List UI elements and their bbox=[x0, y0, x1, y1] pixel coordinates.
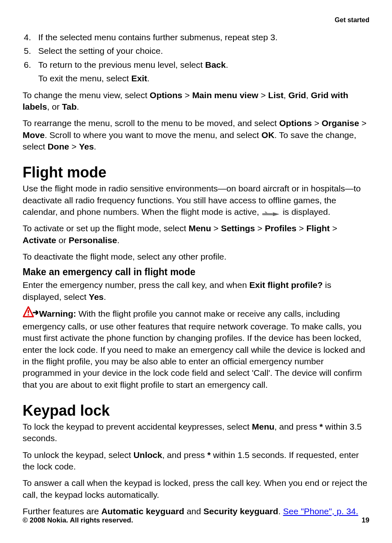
list-number: 5. bbox=[23, 45, 38, 57]
footer: © 2008 Nokia. All rights reserved. 19 bbox=[23, 516, 369, 525]
list-text: Select the setting of your choice. bbox=[38, 45, 369, 57]
list-text: If the selected menu contains further su… bbox=[38, 31, 369, 43]
list-text: To return to the previous menu level, se… bbox=[38, 59, 369, 71]
list-number: 4. bbox=[23, 31, 38, 43]
warning-icon bbox=[23, 306, 38, 319]
svg-rect-1 bbox=[28, 310, 29, 313]
svg-rect-2 bbox=[28, 314, 29, 315]
heading-flight-mode: Flight mode bbox=[23, 164, 369, 181]
paragraph-flight-deactivate: To deactivate the flight mode, select an… bbox=[23, 251, 369, 262]
header-section: Get started bbox=[23, 16, 369, 24]
paragraph-rearrange: To rearrange the menu, scroll to the men… bbox=[23, 117, 369, 152]
list-item-5: 5. Select the setting of your choice. bbox=[23, 45, 369, 57]
list-number: 6. bbox=[23, 59, 38, 71]
paragraph-flight-intro: Use the flight mode in radio sensitive e… bbox=[23, 183, 369, 218]
link-phone-reference[interactable]: See "Phone", p. 34. bbox=[283, 506, 358, 516]
flight-mode-icon bbox=[262, 209, 279, 216]
list-subtext: To exit the menu, select Exit. bbox=[38, 72, 369, 84]
paragraph-keypad-call: To answer a call when the keypad is lock… bbox=[23, 477, 369, 501]
paragraph-menu-view: To change the menu view, select Options … bbox=[23, 90, 369, 113]
footer-copyright: © 2008 Nokia. All rights reserved. bbox=[23, 516, 133, 525]
paragraph-keypad-features: Further features are Automatic keyguard … bbox=[23, 506, 369, 517]
paragraph-flight-activate: To activate or set up the flight mode, s… bbox=[23, 223, 369, 246]
paragraph-emergency: Enter the emergency number, press the ca… bbox=[23, 279, 369, 303]
heading-emergency-call: Make an emergency call in flight mode bbox=[23, 267, 369, 278]
footer-page-number: 19 bbox=[362, 516, 369, 525]
paragraph-keypad-unlock: To unlock the keypad, select Unlock, and… bbox=[23, 449, 369, 473]
list-item-4: 4. If the selected menu contains further… bbox=[23, 31, 369, 43]
heading-keypad-lock: Keypad lock bbox=[23, 402, 369, 419]
list-item-6: 6. To return to the previous menu level,… bbox=[23, 59, 369, 71]
warning-block: Warning: With the flight profile you can… bbox=[23, 308, 369, 391]
paragraph-keypad-lock: To lock the keypad to prevent accidental… bbox=[23, 421, 369, 444]
